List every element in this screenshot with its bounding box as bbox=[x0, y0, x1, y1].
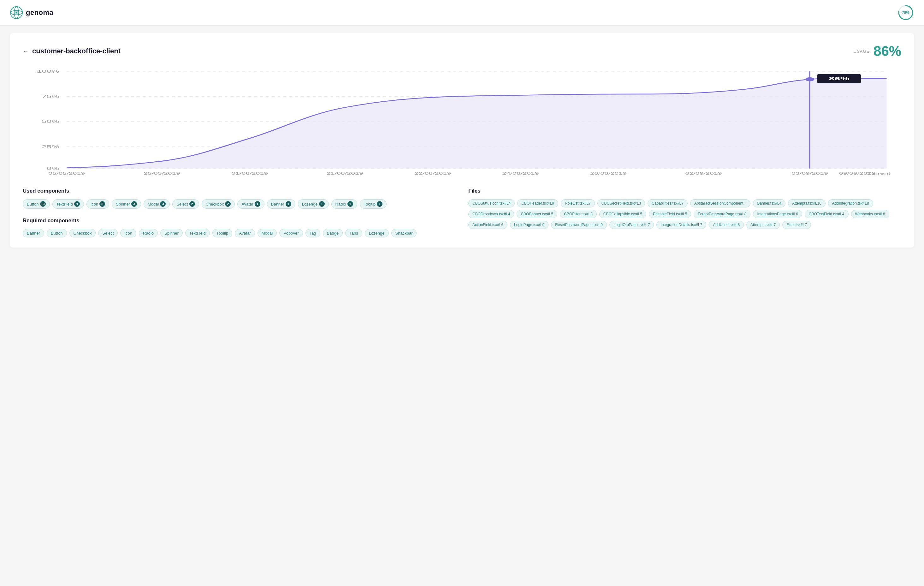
file-tag: CBOBanner.tsx#L5 bbox=[516, 210, 557, 218]
page-title: customer-backoffice-client bbox=[32, 47, 120, 55]
back-title: ← customer-backoffice-client bbox=[23, 47, 120, 55]
file-tag: LoginOtpPage.tsx#L7 bbox=[609, 221, 654, 229]
svg-point-4 bbox=[16, 12, 17, 13]
required-component-tag: Radio bbox=[139, 229, 158, 237]
file-tag: CBOStatusIcon.tsx#L4 bbox=[468, 199, 515, 207]
file-tag: ResetPasswordPage.tsx#L9 bbox=[551, 221, 607, 229]
svg-text:50%: 50% bbox=[42, 119, 59, 124]
required-component-tag: Icon bbox=[120, 229, 136, 237]
usage-label: USAGE: bbox=[854, 49, 871, 54]
main-content: ← customer-backoffice-client USAGE: 86% … bbox=[10, 33, 914, 248]
file-tag: ActionField.tsx#L6 bbox=[468, 221, 507, 229]
required-components-tags: BannerButtonCheckboxSelectIconRadioSpinn… bbox=[23, 229, 456, 237]
used-component-tag: Radio1 bbox=[332, 199, 357, 209]
used-components-section: Used components Button13TextField9Icon8S… bbox=[23, 188, 456, 237]
required-component-tag: Spinner bbox=[160, 229, 183, 237]
svg-text:Current: Current bbox=[866, 171, 890, 175]
required-component-tag: Modal bbox=[257, 229, 277, 237]
required-component-tag: Tag bbox=[305, 229, 320, 237]
file-tag: EditableField.tsx#L5 bbox=[649, 210, 691, 218]
svg-text:25/05/2019: 25/05/2019 bbox=[144, 171, 180, 175]
used-component-tag: Tooltip1 bbox=[360, 199, 387, 209]
required-component-tag: Snackbar bbox=[391, 229, 417, 237]
required-component-tag: Popover bbox=[279, 229, 303, 237]
used-component-tag: Checkbox2 bbox=[202, 199, 235, 209]
svg-text:100%: 100% bbox=[37, 69, 59, 74]
used-component-tag: Modal3 bbox=[144, 199, 170, 209]
file-tag: Banner.tsx#L4 bbox=[753, 199, 785, 207]
used-component-tag: TextField9 bbox=[53, 199, 84, 209]
file-tag: AddIntegration.tsx#L8 bbox=[828, 199, 873, 207]
required-component-tag: Tabs bbox=[345, 229, 362, 237]
svg-text:25%: 25% bbox=[42, 144, 59, 149]
svg-text:05/05/2019: 05/05/2019 bbox=[48, 171, 85, 175]
file-tag: Attempt.tsx#L7 bbox=[746, 221, 780, 229]
file-tag: IntegrationsPage.tsx#L6 bbox=[753, 210, 802, 218]
file-tag: LoginPage.tsx#L9 bbox=[510, 221, 548, 229]
file-tag: Attempts.tsx#L10 bbox=[788, 199, 825, 207]
used-component-tag: Banner1 bbox=[267, 199, 295, 209]
sections-row: Used components Button13TextField9Icon8S… bbox=[23, 188, 901, 237]
svg-text:02/09/2019: 02/09/2019 bbox=[685, 171, 722, 175]
progress-ring: 78% bbox=[898, 5, 914, 21]
back-button[interactable]: ← bbox=[23, 48, 28, 55]
file-tag: ForgotPasswordPage.tsx#L8 bbox=[694, 210, 751, 218]
required-component-tag: Checkbox bbox=[69, 229, 96, 237]
used-component-tag: Spinner3 bbox=[112, 199, 141, 209]
chart-container: 100% 75% 50% 25% 0% 86% 05/05/2019 25/05… bbox=[23, 68, 901, 175]
svg-text:26/08/2019: 26/08/2019 bbox=[590, 171, 627, 175]
required-component-tag: Select bbox=[98, 229, 118, 237]
files-title: Files bbox=[468, 188, 901, 194]
file-tag: CBOTextField.tsx#L4 bbox=[805, 210, 848, 218]
chart-svg: 100% 75% 50% 25% 0% 86% 05/05/2019 25/05… bbox=[23, 68, 901, 175]
used-component-tag: Select2 bbox=[172, 199, 199, 209]
usage-value: 86% bbox=[873, 43, 901, 59]
used-components-tags: Button13TextField9Icon8Spinner3Modal3Sel… bbox=[23, 199, 456, 209]
header: genoma 78% bbox=[0, 0, 924, 26]
logo-area: genoma bbox=[10, 6, 53, 19]
page-header: ← customer-backoffice-client USAGE: 86% bbox=[23, 43, 901, 59]
file-tag: RoleList.tsx#L7 bbox=[561, 199, 595, 207]
svg-text:22/08/2019: 22/08/2019 bbox=[414, 171, 451, 175]
used-component-tag: Lozenge1 bbox=[298, 199, 329, 209]
file-tag: Capabilities.tsx#L7 bbox=[648, 199, 688, 207]
svg-text:0%: 0% bbox=[47, 166, 59, 171]
file-tag: AddUser.tsx#L8 bbox=[709, 221, 744, 229]
file-tag: CBOSecretField.tsx#L3 bbox=[597, 199, 645, 207]
files-tags: CBOStatusIcon.tsx#L4CBOHeader.tsx#L9Role… bbox=[468, 199, 901, 229]
file-tag: CBODropdown.tsx#L4 bbox=[468, 210, 514, 218]
required-component-tag: Button bbox=[47, 229, 67, 237]
progress-ring-label: 78% bbox=[902, 10, 909, 15]
svg-text:24/08/2019: 24/08/2019 bbox=[502, 171, 539, 175]
required-component-tag: Lozenge bbox=[365, 229, 389, 237]
required-components-title: Required components bbox=[23, 217, 456, 224]
file-tag: CBOHeader.tsx#L9 bbox=[517, 199, 558, 207]
file-tag: AbstaractSessionComponent... bbox=[690, 199, 751, 207]
file-tag: CBOFilter.tsx#L3 bbox=[560, 210, 597, 218]
usage-area: USAGE: 86% bbox=[854, 43, 901, 59]
used-component-tag: Icon8 bbox=[86, 199, 109, 209]
logo-text: genoma bbox=[26, 8, 53, 17]
file-tag: IntegrationDetails.tsx#L7 bbox=[657, 221, 706, 229]
required-component-tag: Avatar bbox=[235, 229, 255, 237]
required-components-section: Required components BannerButtonCheckbox… bbox=[23, 217, 456, 237]
used-components-title: Used components bbox=[23, 188, 456, 194]
file-tag: Webhooks.tsx#L8 bbox=[851, 210, 889, 218]
required-component-tag: Banner bbox=[23, 229, 44, 237]
logo-icon bbox=[10, 6, 23, 19]
svg-text:21/08/2019: 21/08/2019 bbox=[327, 171, 363, 175]
used-component-tag: Avatar1 bbox=[237, 199, 264, 209]
file-tag: CBOCollapsible.tsx#L5 bbox=[599, 210, 646, 218]
file-tag: Filter.tsx#L7 bbox=[782, 221, 811, 229]
svg-text:03/09/2019: 03/09/2019 bbox=[792, 171, 828, 175]
svg-text:01/06/2019: 01/06/2019 bbox=[231, 171, 268, 175]
required-component-tag: Tooltip bbox=[212, 229, 233, 237]
required-component-tag: TextField bbox=[185, 229, 210, 237]
used-component-tag: Button13 bbox=[23, 199, 50, 209]
svg-point-18 bbox=[805, 77, 814, 81]
svg-text:75%: 75% bbox=[42, 94, 59, 99]
svg-text:86%: 86% bbox=[829, 76, 849, 81]
files-section: Files CBOStatusIcon.tsx#L4CBOHeader.tsx#… bbox=[468, 188, 901, 237]
required-component-tag: Badge bbox=[323, 229, 343, 237]
